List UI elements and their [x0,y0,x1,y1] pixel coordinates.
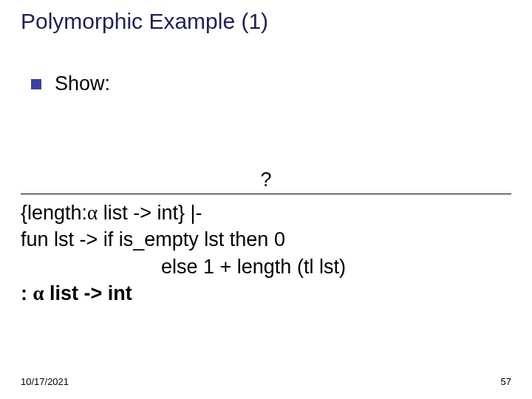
proof-body: {length:α list -> int} |- fun lst -> if … [21,200,511,307]
alpha-symbol: α [87,202,98,224]
proof-line-3: else 1 + length (tl lst) [21,253,511,280]
question-mark: ? [0,168,532,191]
footer-page-number: 57 [501,376,511,387]
slide: Polymorphic Example (1) Show: ? {length:… [0,0,532,399]
proof-line-1-pre: {length: [21,202,87,224]
proof-line-2: fun lst -> if is_empty lst then 0 [21,226,511,253]
proof-line-1: {length:α list -> int} |- [21,200,511,226]
footer-date: 10/17/2021 [21,376,69,387]
bullet-row: Show: [31,72,110,95]
bullet-icon [31,79,41,89]
proof-line-4-pre: : [21,282,33,304]
bullet-text: Show: [55,72,110,95]
alpha-symbol: α [33,282,44,304]
proof-line-4-post: list -> int [44,282,132,304]
divider [21,194,511,194]
proof-line-1-post: list -> int} |- [98,202,202,224]
proof-line-4: : α list -> int [21,280,511,307]
slide-title: Polymorphic Example (1) [21,9,268,34]
